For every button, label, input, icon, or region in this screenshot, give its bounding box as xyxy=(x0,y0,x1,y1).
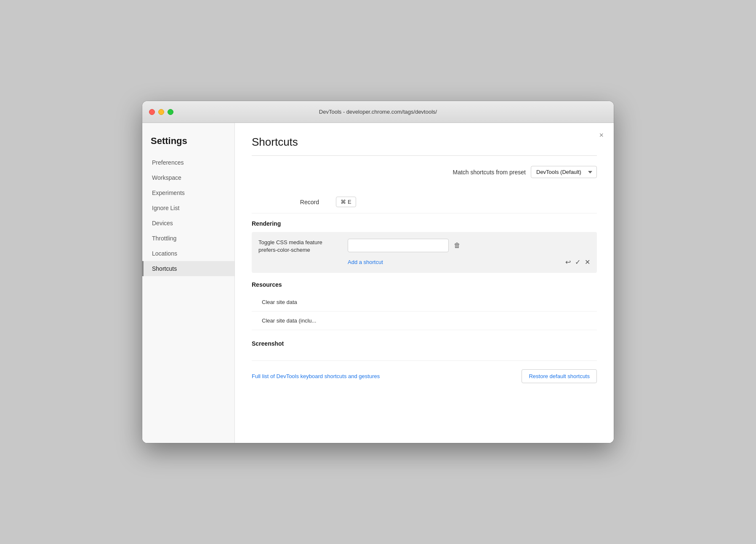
shortcut-cmd: ⌘ xyxy=(341,199,346,205)
rendering-actions-row: Add a shortcut ↩ ✓ ✕ xyxy=(258,258,590,266)
sidebar-item-shortcuts[interactable]: Shortcuts xyxy=(142,261,234,276)
preset-label: Match shortcuts from preset xyxy=(453,169,526,176)
action-icons: ↩ ✓ ✕ xyxy=(565,258,590,266)
titlebar: DevTools - developer.chrome.com/tags/dev… xyxy=(142,101,614,123)
record-row: Record ⌘ E xyxy=(252,191,597,213)
rendering-section: Rendering Toggle CSS media feature prefe… xyxy=(252,213,597,273)
close-button[interactable]: × xyxy=(599,131,604,139)
rendering-block: Toggle CSS media feature prefers-color-s… xyxy=(252,232,597,273)
screenshot-header: Screenshot xyxy=(252,333,597,352)
sidebar-item-locations[interactable]: Locations xyxy=(142,246,234,261)
rendering-header: Rendering xyxy=(252,213,597,232)
confirm-icon[interactable]: ✓ xyxy=(575,258,580,266)
undo-icon[interactable]: ↩ xyxy=(565,258,571,266)
full-list-link[interactable]: Full list of DevTools keyboard shortcuts… xyxy=(252,373,380,379)
sidebar-item-ignore-list[interactable]: Ignore List xyxy=(142,200,234,216)
sidebar-item-throttling[interactable]: Throttling xyxy=(142,231,234,246)
preset-select[interactable]: DevTools (Default) Visual Studio Code xyxy=(531,166,597,178)
window-body: Settings Preferences Workspace Experimen… xyxy=(142,123,614,443)
cancel-shortcut-icon[interactable]: ✕ xyxy=(585,258,590,266)
page-title: Shortcuts xyxy=(252,136,597,149)
rendering-item-row: Toggle CSS media feature prefers-color-s… xyxy=(258,239,590,254)
record-shortcut: ⌘ E xyxy=(336,197,356,207)
sidebar-item-workspace[interactable]: Workspace xyxy=(142,170,234,185)
sidebar-item-preferences[interactable]: Preferences xyxy=(142,155,234,170)
resource-item-1: Clear site data (inclu... xyxy=(252,312,597,330)
minimize-window-button[interactable] xyxy=(158,109,164,115)
resources-section: Resources Clear site data Clear site dat… xyxy=(252,275,597,330)
preset-row: Match shortcuts from preset DevTools (De… xyxy=(252,166,597,178)
title-divider xyxy=(252,155,597,156)
resource-item-0: Clear site data xyxy=(252,293,597,312)
resources-items: Clear site data Clear site data (inclu..… xyxy=(252,293,597,330)
record-label: Record xyxy=(252,199,336,205)
traffic-lights xyxy=(149,109,173,115)
maximize-window-button[interactable] xyxy=(168,109,173,115)
rendering-item-label: Toggle CSS media feature prefers-color-s… xyxy=(258,239,343,254)
shortcut-text-input[interactable] xyxy=(348,239,449,252)
sidebar: Settings Preferences Workspace Experimen… xyxy=(142,123,235,443)
delete-shortcut-button[interactable]: 🗑 xyxy=(452,240,462,251)
sidebar-item-devices[interactable]: Devices xyxy=(142,216,234,231)
bottom-bar: Full list of DevTools keyboard shortcuts… xyxy=(252,360,597,383)
restore-defaults-button[interactable]: Restore default shortcuts xyxy=(522,369,597,383)
shortcut-key-letter: E xyxy=(348,199,351,205)
resources-header: Resources xyxy=(252,275,597,293)
main-content: × Shortcuts Match shortcuts from preset … xyxy=(235,123,614,443)
mac-window: DevTools - developer.chrome.com/tags/dev… xyxy=(142,101,614,443)
window-title: DevTools - developer.chrome.com/tags/dev… xyxy=(319,109,437,115)
close-window-button[interactable] xyxy=(149,109,155,115)
shortcut-input-area: 🗑 xyxy=(348,239,590,252)
sidebar-heading: Settings xyxy=(142,136,234,155)
add-shortcut-link[interactable]: Add a shortcut xyxy=(348,259,383,265)
screenshot-section: Screenshot xyxy=(252,330,597,352)
sidebar-item-experiments[interactable]: Experiments xyxy=(142,185,234,200)
